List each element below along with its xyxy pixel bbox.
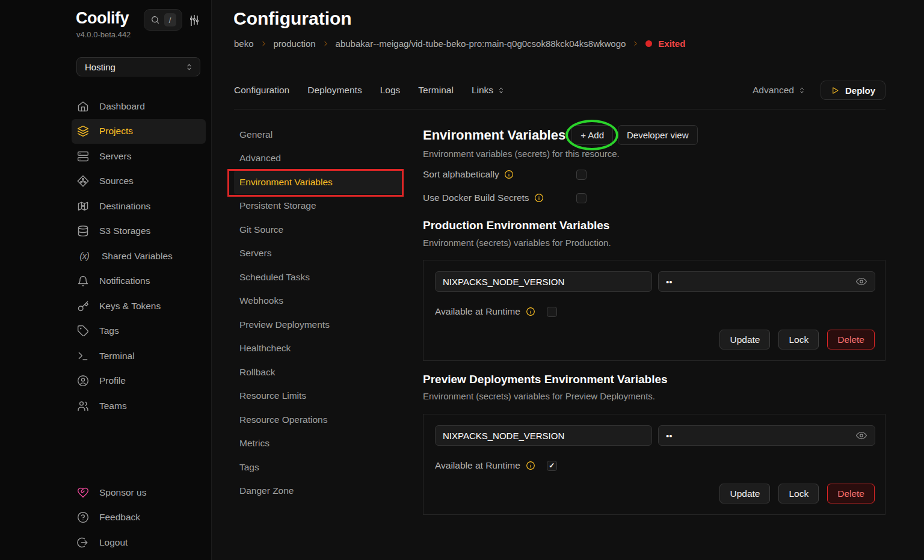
available-at-runtime-label: Available at Runtime: [435, 460, 520, 471]
sidebar-item-feedback[interactable]: Feedback: [72, 505, 206, 531]
sidebar-item-sources[interactable]: Sources: [72, 169, 206, 194]
breadcrumb-team[interactable]: beko: [234, 38, 254, 49]
sidebar-item-profile[interactable]: Profile: [72, 369, 206, 394]
available-at-runtime-row: Available at Runtime: [435, 460, 557, 471]
sidebar-item-label: Profile: [99, 375, 126, 386]
app-logo[interactable]: Coolify: [76, 9, 129, 28]
update-button[interactable]: Update: [719, 484, 770, 503]
deploy-label: Deploy: [845, 85, 875, 96]
user-circle-icon: [77, 375, 89, 387]
subnav-git-source[interactable]: Git Source: [234, 218, 402, 242]
developer-view-button[interactable]: Developer view: [618, 125, 698, 145]
sidebar-item-notifications[interactable]: Notifications: [72, 269, 206, 294]
advanced-dropdown[interactable]: Advanced: [753, 85, 806, 96]
reveal-value-button[interactable]: [855, 429, 868, 442]
subnav-servers[interactable]: Servers: [234, 242, 402, 266]
help-circle-icon: [77, 511, 89, 523]
subnav-general[interactable]: General: [234, 123, 402, 147]
production-section-title: Production Environment Variables: [423, 219, 609, 232]
preview-section-title: Preview Deployments Environment Variable…: [423, 373, 668, 386]
available-at-runtime-row: Available at Runtime: [435, 306, 557, 317]
search-button[interactable]: /: [144, 9, 182, 31]
logout-icon: [77, 537, 89, 549]
database-icon: [77, 225, 89, 237]
subnav-resource-limits[interactable]: Resource Limits: [234, 384, 402, 408]
sidebar-item-teams[interactable]: Teams: [72, 393, 206, 419]
sort-alphabetically-row: Sort alphabetically: [423, 169, 514, 180]
sidebar-item-destinations[interactable]: Destinations: [72, 194, 206, 219]
tabs-actions: Advanced Deploy: [753, 81, 886, 100]
tab-logs[interactable]: Logs: [380, 85, 401, 96]
sort-alphabetically-label: Sort alphabetically: [423, 169, 499, 180]
section-title: Environment Variables: [423, 128, 565, 143]
eye-icon: [855, 275, 868, 288]
main-area: Configuration beko production abubakar--…: [212, 0, 924, 560]
tab-links[interactable]: Links: [472, 85, 505, 96]
subnav-metrics[interactable]: Metrics: [234, 432, 402, 456]
preview-section-subtitle: Environment (secrets) variables for Prev…: [423, 391, 655, 401]
available-at-runtime-checkbox[interactable]: [547, 307, 557, 317]
available-at-runtime-checkbox[interactable]: [547, 461, 557, 471]
subnav-rollback[interactable]: Rollback: [234, 360, 402, 384]
subnav-preview-deployments[interactable]: Preview Deployments: [234, 313, 402, 337]
subnav-danger-zone[interactable]: Danger Zone: [234, 479, 402, 503]
sidebar-item-dashboard[interactable]: Dashboard: [72, 94, 206, 119]
lock-button[interactable]: Lock: [778, 484, 819, 503]
subnav-webhooks[interactable]: Webhooks: [234, 289, 402, 313]
delete-button[interactable]: Delete: [827, 484, 875, 503]
delete-button[interactable]: Delete: [827, 330, 875, 349]
settings-sliders-button[interactable]: [188, 14, 201, 27]
chevron-right-icon: [322, 40, 330, 48]
map-icon: [77, 200, 89, 212]
reveal-value-button[interactable]: [855, 275, 868, 288]
breadcrumb-resource[interactable]: abubakar--meigag/vid-tube-beko-pro:main-…: [336, 38, 626, 49]
sidebar-item-label: Dashboard: [99, 101, 145, 112]
sidebar-item-servers[interactable]: Servers: [72, 144, 206, 169]
info-icon: [526, 307, 535, 316]
docker-build-secrets-checkbox[interactable]: [576, 193, 587, 203]
subnav-persistent-storage[interactable]: Persistent Storage: [234, 194, 402, 218]
sidebar-item-logout[interactable]: Logout: [72, 530, 206, 555]
sidebar-item-terminal[interactable]: Terminal: [72, 343, 206, 369]
lock-button[interactable]: Lock: [778, 330, 819, 349]
sidebar-item-keys-tokens[interactable]: Keys & Tokens: [72, 294, 206, 319]
team-selector-value: Hosting: [85, 62, 116, 72]
sidebar-item-s3-storages[interactable]: S3 Storages: [72, 219, 206, 244]
variable-value-input[interactable]: [658, 271, 875, 292]
docker-build-secrets-label: Use Docker Build Secrets: [423, 192, 529, 203]
sidebar-item-shared-variables[interactable]: (x) Shared Variables: [72, 244, 206, 269]
tabs-divider: [234, 109, 886, 109]
update-button[interactable]: Update: [719, 330, 770, 349]
chevron-up-down-icon: [185, 63, 194, 72]
team-selector[interactable]: Hosting: [76, 57, 200, 76]
subnav-environment-variables[interactable]: Environment Variables: [234, 170, 402, 194]
info-icon: [534, 193, 544, 203]
sort-alphabetically-checkbox[interactable]: [576, 170, 587, 180]
chevron-up-down-icon: [497, 86, 505, 94]
layers-icon: [77, 125, 89, 137]
sidebar-item-sponsor-us[interactable]: Sponsor us: [72, 480, 206, 505]
variable-name-input[interactable]: [435, 271, 652, 292]
subnav-scheduled-tasks[interactable]: Scheduled Tasks: [234, 265, 402, 289]
git-source-icon: [77, 175, 89, 187]
sidebar-item-label: Keys & Tokens: [99, 301, 161, 312]
status-dot: [645, 40, 652, 47]
breadcrumb: beko production abubakar--meigag/vid-tub…: [234, 38, 685, 49]
variable-value-input[interactable]: [658, 425, 875, 446]
subnav-advanced[interactable]: Advanced: [234, 147, 402, 171]
variable-name-input[interactable]: [435, 425, 652, 446]
add-variable-button[interactable]: + Add: [571, 125, 613, 145]
tab-configuration[interactable]: Configuration: [234, 85, 289, 96]
status-badge: Exited: [658, 38, 685, 49]
subnav-healthcheck[interactable]: Healthcheck: [234, 337, 402, 361]
sidebar-item-projects[interactable]: Projects: [72, 119, 206, 144]
info-icon: [526, 461, 535, 470]
tab-deployments[interactable]: Deployments: [307, 85, 362, 96]
sidebar-item-label: Tags: [99, 325, 119, 336]
subnav-resource-operations[interactable]: Resource Operations: [234, 408, 402, 432]
sidebar-item-tags[interactable]: Tags: [72, 319, 206, 344]
breadcrumb-environment[interactable]: production: [274, 38, 316, 49]
subnav-tags[interactable]: Tags: [234, 455, 402, 479]
tab-terminal[interactable]: Terminal: [418, 85, 454, 96]
deploy-button[interactable]: Deploy: [821, 81, 886, 100]
